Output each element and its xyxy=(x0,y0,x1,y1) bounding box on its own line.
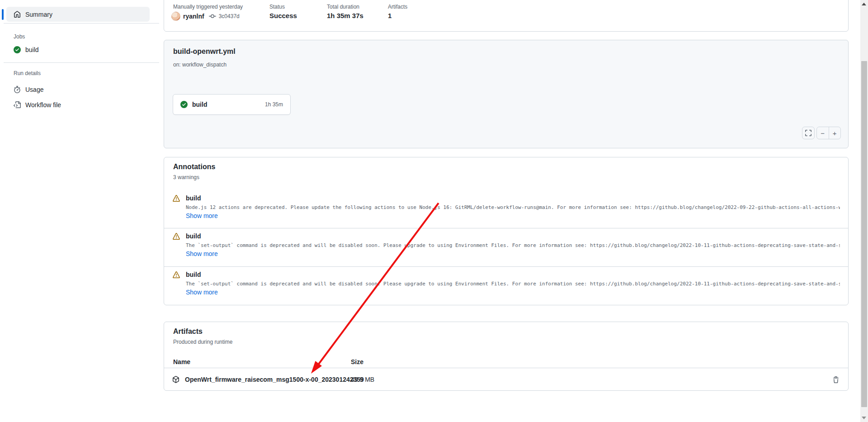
warning-triangle-icon xyxy=(173,195,180,202)
annotation-row: build Node.js 12 actions are deprecated.… xyxy=(164,190,848,228)
actor-link[interactable]: ryanlnf xyxy=(183,13,204,20)
trigger-label: Manually triggered yesterday xyxy=(173,4,243,10)
column-header-size: Size xyxy=(351,358,363,365)
show-more-link[interactable]: Show more xyxy=(186,212,218,219)
trash-icon xyxy=(832,376,840,384)
job-duration: 1h 35m xyxy=(265,101,283,108)
sidebar-divider xyxy=(4,62,159,63)
zoom-out-button[interactable]: − xyxy=(817,127,829,139)
artifacts-subtitle: Produced during runtime xyxy=(173,339,232,345)
sidebar-section-run-details: Run details xyxy=(14,70,41,76)
fullscreen-button[interactable] xyxy=(802,127,815,139)
sidebar-item-job-build[interactable]: build xyxy=(14,46,39,53)
annotation-message: The `set-output` command is deprecated a… xyxy=(186,281,840,287)
column-header-name: Name xyxy=(173,358,190,365)
stat-value-artifacts: 1 xyxy=(388,12,392,19)
home-icon xyxy=(14,11,21,18)
sidebar-item-label: Usage xyxy=(25,86,43,93)
git-commit-icon xyxy=(209,13,216,20)
artifact-size: 49.9 MB xyxy=(351,376,374,383)
annotation-message: The `set-output` command is deprecated a… xyxy=(186,242,840,248)
annotations-card: Annotations 3 warnings build Node.js 12 … xyxy=(164,157,849,305)
sidebar-item-usage[interactable]: Usage xyxy=(14,86,43,93)
sidebar-item-workflow-file[interactable]: Workflow file xyxy=(14,101,61,109)
check-circle-icon xyxy=(14,46,21,53)
stat-label-duration: Total duration xyxy=(327,4,359,10)
table-divider xyxy=(164,368,848,368)
sidebar-item-label: Workflow file xyxy=(25,101,61,109)
vertical-scrollbar xyxy=(860,0,868,422)
screen-full-icon xyxy=(805,129,812,137)
artifacts-card: Artifacts Produced during runtime Name S… xyxy=(164,322,849,391)
stat-value-status: Success xyxy=(269,12,297,19)
workflow-graph-card: build-openwrt.yml on: workflow_dispatch … xyxy=(164,40,849,148)
sidebar-divider xyxy=(4,23,159,24)
warning-triangle-icon xyxy=(173,271,180,279)
stat-label-status: Status xyxy=(269,4,285,10)
avatar[interactable] xyxy=(171,12,180,21)
check-circle-icon xyxy=(180,101,188,108)
package-icon xyxy=(172,376,179,383)
annotations-title: Annotations xyxy=(173,163,215,171)
annotations-subtitle: 3 warnings xyxy=(173,174,199,180)
scrollbar-up-arrow[interactable] xyxy=(862,3,866,5)
job-node-build[interactable]: build 1h 35m xyxy=(173,94,291,115)
annotation-row: build The `set-output` command is deprec… xyxy=(164,228,848,266)
workflow-trigger: on: workflow_dispatch xyxy=(173,62,226,68)
file-code-icon xyxy=(14,101,21,109)
annotation-job: build xyxy=(186,271,201,278)
scrollbar-down-arrow[interactable] xyxy=(862,417,866,419)
annotation-message: Node.js 12 actions are deprecated. Pleas… xyxy=(186,204,840,210)
scrollbar-thumb[interactable] xyxy=(861,61,867,407)
run-sidebar: Summary Jobs build Run details Usage Wor… xyxy=(0,0,163,422)
warning-triangle-icon xyxy=(173,233,180,240)
annotation-row: build The `set-output` command is deprec… xyxy=(164,266,848,305)
sidebar-item-label: Summary xyxy=(25,11,52,18)
annotation-job: build xyxy=(186,232,201,240)
run-header-card: Manually triggered yesterday ryanlnf 3c0… xyxy=(164,0,849,32)
commit-sha-link[interactable]: 3c0437d xyxy=(219,13,240,19)
show-more-link[interactable]: Show more xyxy=(186,250,218,257)
sidebar-item-summary[interactable]: Summary xyxy=(6,7,150,22)
job-name: build xyxy=(192,101,207,108)
stopwatch-icon xyxy=(14,86,21,93)
annotation-job: build xyxy=(186,194,201,202)
show-more-link[interactable]: Show more xyxy=(186,289,218,296)
selected-accent-bar xyxy=(2,9,4,20)
sidebar-item-label: build xyxy=(25,46,39,53)
delete-artifact-button[interactable] xyxy=(830,374,842,386)
artifacts-title: Artifacts xyxy=(173,327,203,336)
workflow-file-title: build-openwrt.yml xyxy=(173,47,236,56)
zoom-button-group: − + xyxy=(816,127,841,139)
artifact-name-link[interactable]: OpenWrt_firmware_raisecom_msg1500-x-00_2… xyxy=(185,376,364,383)
trigger-info: ryanlnf 3c0437d xyxy=(171,12,240,21)
zoom-in-button[interactable]: + xyxy=(829,127,841,139)
sidebar-section-jobs: Jobs xyxy=(14,33,25,40)
stat-label-artifacts: Artifacts xyxy=(388,4,407,10)
stat-value-duration: 1h 35m 37s xyxy=(327,12,363,19)
